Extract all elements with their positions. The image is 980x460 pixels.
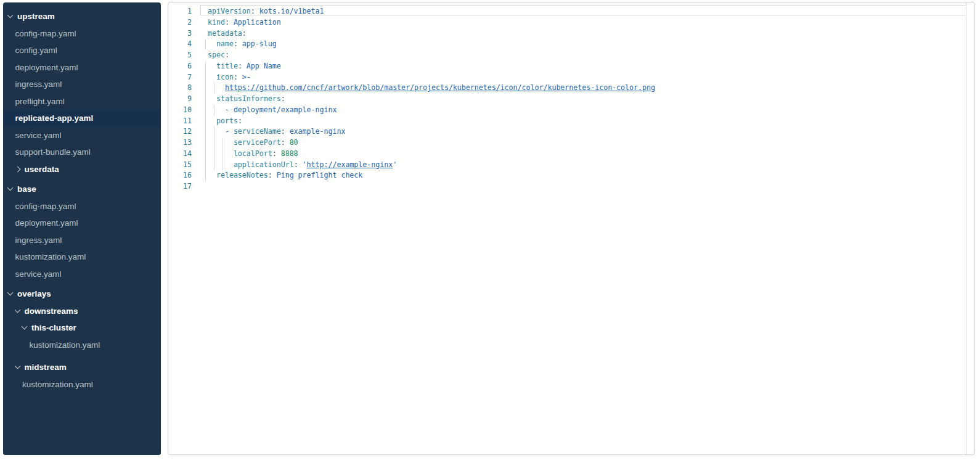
indent-guide (223, 138, 223, 149)
code-token-val: kots.io/v1beta1 (255, 7, 324, 15)
code-token-op: >- (238, 73, 251, 81)
code-token-key: icon (216, 73, 234, 81)
code-line[interactable]: 3metadata: (168, 28, 974, 39)
file-item-service-yaml[interactable]: service.yaml (3, 266, 161, 283)
code-token-key: applicationUrl (234, 160, 294, 169)
code-content: localPort: 8888 (208, 149, 298, 160)
line-number: 4 (168, 39, 192, 50)
code-content: applicationUrl: 'http://example-nginx' (208, 160, 397, 171)
chevron-right-icon (14, 166, 20, 172)
code-token-key: apiVersion (208, 7, 251, 15)
code-content: kind: Application (208, 17, 281, 28)
code-line[interactable]: 14 localPort: 8888 (168, 149, 974, 160)
indent-guide (223, 149, 223, 160)
file-item-ingress-yaml[interactable]: ingress.yaml (3, 76, 161, 93)
code-link[interactable]: http://example-nginx (307, 160, 393, 169)
file-item-kustomization-yaml[interactable]: kustomization.yaml (3, 248, 161, 266)
file-item-config-map-yaml[interactable]: config-map.yaml (3, 198, 161, 215)
file-item-deployment-yaml[interactable]: deployment.yaml (3, 59, 161, 76)
code-token-val: - deployment/example-nginx (225, 105, 337, 114)
code-token-pun: : (294, 160, 298, 169)
code-token-key: releaseNotes (216, 171, 268, 179)
tree-item-label: midstream (25, 363, 67, 372)
code-token-key: metadata (208, 29, 242, 38)
code-line[interactable]: 8 https://github.com/cncf/artwork/blob/m… (168, 83, 974, 94)
code-line[interactable]: 7 icon: >- (168, 72, 974, 83)
code-content: name: app-slug (208, 39, 277, 50)
folder-item-midstream[interactable]: midstream (3, 359, 161, 376)
indent-guide (214, 126, 214, 138)
code-token-pun: : (238, 62, 242, 70)
code-line[interactable]: 2kind: Application (168, 17, 974, 28)
code-token-pun: : (234, 39, 238, 48)
tree-item-label: config.yaml (15, 46, 57, 55)
tree-item-label: ingress.yaml (15, 80, 62, 89)
file-item-kustomization-yaml[interactable]: kustomization.yaml (3, 376, 161, 393)
indent-guide (205, 105, 206, 116)
line-number: 8 (168, 83, 192, 94)
code-line[interactable]: 5spec: (168, 50, 974, 61)
indent-guide (214, 83, 214, 94)
file-item-preflight-yaml[interactable]: preflight.yaml (3, 93, 161, 110)
folder-item-this-cluster[interactable]: this-cluster (3, 319, 161, 337)
file-tree-sidebar: upstreamconfig-map.yamlconfig.yamldeploy… (3, 2, 161, 455)
code-content: - serviceName: example-nginx (208, 126, 345, 138)
file-item-replicated-app-yaml[interactable]: replicated-app.yaml (3, 110, 161, 127)
code-line[interactable]: 15 applicationUrl: 'http://example-nginx… (168, 160, 974, 171)
line-number: 6 (168, 61, 192, 72)
chevron-down-icon (22, 324, 28, 330)
folder-item-overlays[interactable]: overlays (3, 285, 161, 303)
indent-guide (205, 138, 206, 149)
indent-guide (205, 72, 206, 83)
tree-item-label: downstreams (25, 306, 78, 316)
code-line[interactable]: 10 - deployment/example-nginx (168, 105, 974, 116)
code-line[interactable]: 1apiVersion: kots.io/v1beta1 (168, 6, 974, 17)
code-token-val: app-slug (238, 39, 277, 48)
chevron-down-icon (14, 363, 20, 369)
tree-item-label: replicated-app.yaml (15, 113, 94, 123)
code-line[interactable]: 12 - serviceName: example-nginx (168, 126, 974, 138)
code-line[interactable]: 9 statusInformers: (168, 94, 974, 105)
file-item-deployment-yaml[interactable]: deployment.yaml (3, 215, 161, 232)
code-line[interactable]: 16 releaseNotes: Ping preflight check (168, 170, 974, 181)
file-item-support-bundle-yaml[interactable]: support-bundle.yaml (3, 144, 161, 161)
folder-item-base[interactable]: base (3, 181, 161, 198)
line-number: 15 (168, 160, 192, 171)
code-line[interactable]: 13 servicePort: 80 (168, 138, 974, 149)
line-number: 14 (168, 149, 192, 160)
code-token-val: - (225, 127, 234, 136)
file-item-ingress-yaml[interactable]: ingress.yaml (3, 232, 161, 249)
folder-item-upstream[interactable]: upstream (3, 8, 161, 25)
tree-item-label: support-bundle.yaml (15, 147, 91, 157)
line-number: 3 (168, 28, 192, 39)
chevron-down-icon (7, 290, 14, 296)
indent-guide (214, 160, 214, 171)
code-content: spec: (208, 50, 229, 61)
tree-item-label: upstream (17, 12, 55, 21)
code-token-pun: : (238, 117, 242, 125)
file-item-config-map-yaml[interactable]: config-map.yaml (3, 25, 161, 43)
file-item-service-yaml[interactable]: service.yaml (3, 127, 161, 144)
code-line[interactable]: 6 title: App Name (168, 61, 974, 72)
tree-item-label: preflight.yaml (15, 97, 65, 106)
file-item-config-yaml[interactable]: config.yaml (3, 42, 161, 59)
chevron-down-icon (7, 12, 14, 18)
code-link[interactable]: https://github.com/cncf/artwork/blob/mas… (225, 83, 655, 92)
code-token-pun: : (251, 7, 255, 15)
file-item-kustomization-yaml[interactable]: kustomization.yaml (3, 337, 161, 354)
code-token-key: serviceName (234, 127, 281, 136)
code-token-key: localPort (234, 149, 272, 158)
tree-item-label: service.yaml (15, 131, 62, 140)
tree-item-label: userdata (25, 165, 59, 174)
code-line[interactable]: 11 ports: (168, 116, 974, 127)
indent-guide (205, 170, 206, 181)
folder-item-downstreams[interactable]: downstreams (3, 303, 161, 320)
code-line[interactable]: 4 name: app-slug (168, 39, 974, 50)
code-line[interactable]: 17 (168, 181, 974, 192)
indent-guide (205, 39, 206, 50)
line-number: 5 (168, 50, 192, 61)
yaml-editor[interactable]: 1apiVersion: kots.io/v1beta12kind: Appli… (168, 2, 975, 455)
line-number: 16 (168, 170, 192, 181)
line-number: 13 (168, 138, 192, 149)
folder-item-userdata[interactable]: userdata (3, 161, 161, 178)
